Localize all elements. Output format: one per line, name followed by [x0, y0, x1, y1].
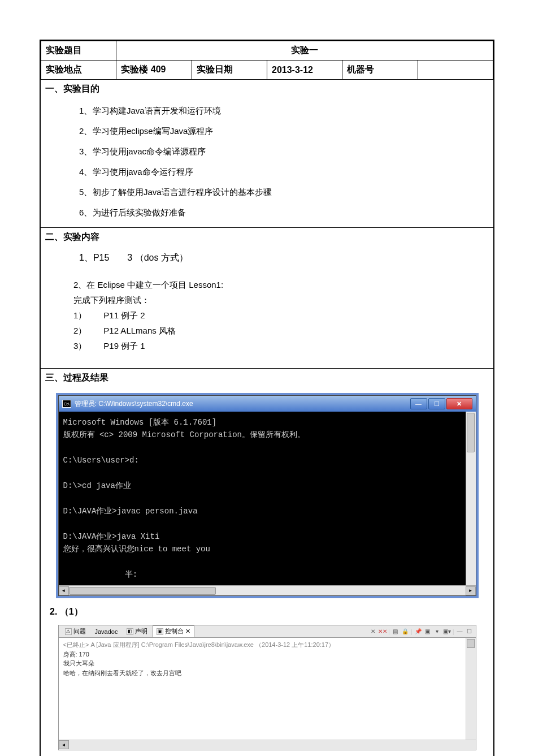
lab-report-document: 实验题目 实验一 实验地点 实验楼 409 实验日期 2013-3-12 机器号…	[40, 40, 494, 756]
section3-heading: 三、过程及结果	[41, 369, 493, 387]
declaration-icon: ◧	[127, 628, 133, 635]
objective-item: 6、为进行后续实验做好准备	[79, 202, 489, 223]
minimize-button[interactable]: —	[410, 398, 427, 409]
remove-all-icon[interactable]: ✕✕	[379, 628, 387, 636]
dropdown-icon[interactable]: ▾	[433, 628, 441, 636]
eclipse-horizontal-scrollbar[interactable]: ◄	[59, 740, 476, 750]
result-item-2-label: 2. （1）	[45, 602, 489, 623]
cmd-titlebar[interactable]: C:\ 管理员: C:\Windows\system32\cmd.exe — ☐…	[59, 396, 476, 412]
console-line: 我只大耳朵	[63, 659, 461, 668]
maximize-view-icon[interactable]: ☐	[466, 628, 474, 636]
tab-declaration[interactable]: ◧声明	[123, 625, 151, 637]
objective-item: 4、学习使用java命令运行程序	[79, 162, 489, 182]
open-console-icon[interactable]: ▣▾	[443, 628, 451, 636]
content-item-2a: 2、在 Eclipse 中建立一个项目 Lesson1:	[45, 277, 489, 292]
scroll-right-button[interactable]: ►	[466, 586, 476, 595]
console-line: 身高: 170	[63, 650, 461, 659]
objective-item: 2、学习使用eclipse编写Java源程序	[79, 121, 489, 141]
section1-content: 1、学习构建Java语言开发和运行环境 2、学习使用eclipse编写Java源…	[41, 98, 493, 227]
header-table: 实验题目 实验一 实验地点 实验楼 409 实验日期 2013-3-12 机器号	[41, 41, 493, 80]
cmd-title-text: 管理员: C:\Windows\system32\cmd.exe	[75, 399, 410, 409]
title-label: 实验题目	[41, 41, 116, 61]
objective-item: 1、学习构建Java语言开发和运行环境	[79, 101, 489, 121]
cmd-output[interactable]: Microsoft Windows [版本 6.1.7601] 版权所有 <c>…	[59, 412, 466, 585]
console-icon: ▣	[157, 628, 163, 635]
eclipse-vscroll-up[interactable]	[467, 639, 475, 648]
machine-value	[418, 61, 493, 80]
display-console-icon[interactable]: ▣	[424, 628, 432, 636]
section1-heading: 一、实验目的	[41, 80, 493, 98]
eclipse-console-window: ⚠问题 Javadoc ◧声明 ▣控制台 ✕ ✕ ✕✕ | ▤ 🔒 | 📌 ▣ …	[58, 625, 476, 750]
content-item-1: 1、P15 3 （dos 方式）	[45, 249, 489, 267]
tab-javadoc[interactable]: Javadoc	[91, 627, 122, 637]
date-label: 实验日期	[192, 61, 267, 80]
remove-launch-icon[interactable]: ✕	[369, 628, 377, 636]
close-button[interactable]: ✕	[446, 398, 472, 409]
section2-heading: 二、实验内容	[41, 228, 493, 247]
cmd-horizontal-scrollbar[interactable]: ◄ ►	[59, 585, 476, 595]
eclipse-vertical-scrollbar[interactable]	[466, 638, 476, 740]
tab-console[interactable]: ▣控制台 ✕	[153, 625, 194, 637]
clear-console-icon[interactable]: ▤	[392, 628, 400, 636]
minimize-view-icon[interactable]: —	[456, 628, 464, 636]
problems-icon: ⚠	[65, 628, 72, 635]
scrollbar-thumb[interactable]	[467, 413, 475, 452]
tab-close-icon[interactable]: ✕	[185, 628, 190, 635]
objective-item: 5、初步了解使用Java语言进行程序设计的基本步骤	[79, 182, 489, 202]
content-sub-2: 2） P12 ALLmans 风格	[45, 323, 489, 338]
scroll-left-button[interactable]: ◄	[59, 586, 69, 595]
tab-problems[interactable]: ⚠问题	[61, 625, 90, 637]
eclipse-scroll-left[interactable]: ◄	[59, 740, 69, 749]
hscroll-thumb[interactable]	[69, 587, 216, 595]
eclipse-toolbar: ✕ ✕✕ | ▤ 🔒 | 📌 ▣ ▾ ▣▾ | — ☐	[369, 628, 474, 636]
section3-content: C:\ 管理员: C:\Windows\system32\cmd.exe — ☐…	[41, 387, 493, 756]
cmd-window: C:\ 管理员: C:\Windows\system32\cmd.exe — ☐…	[58, 395, 476, 596]
location-value: 实验楼 409	[116, 61, 192, 80]
eclipse-tab-bar: ⚠问题 Javadoc ◧声明 ▣控制台 ✕ ✕ ✕✕ | ▤ 🔒 | 📌 ▣ …	[59, 625, 476, 638]
date-value: 2013-3-12	[267, 61, 342, 80]
console-status: <已终止> A [Java 应用程序] C:\Program Files\Jav…	[63, 640, 461, 650]
content-item-2b: 完成下列程序测试：	[45, 292, 489, 308]
objective-item: 3、学习使用javac命令编译源程序	[79, 141, 489, 162]
section2-content: 1、P15 3 （dos 方式） 2、在 Eclipse 中建立一个项目 Les…	[41, 247, 493, 368]
eclipse-console-output[interactable]: <已终止> A [Java 应用程序] C:\Program Files\Jav…	[59, 638, 466, 740]
machine-label: 机器号	[342, 61, 418, 80]
title-value: 实验一	[116, 41, 493, 61]
content-sub-1: 1） P11 例子 2	[45, 308, 489, 323]
maximize-button[interactable]: ☐	[428, 398, 445, 409]
console-line: 哈哈，在纳闷刚去看天就经了，改去月宫吧	[63, 668, 461, 678]
cmd-icon: C:\	[62, 400, 71, 408]
cmd-vertical-scrollbar[interactable]	[466, 412, 476, 585]
scroll-lock-icon[interactable]: 🔒	[401, 628, 409, 636]
location-label: 实验地点	[41, 61, 116, 80]
content-sub-3: 3） P19 例子 1	[45, 338, 489, 353]
pin-console-icon[interactable]: 📌	[414, 628, 422, 636]
